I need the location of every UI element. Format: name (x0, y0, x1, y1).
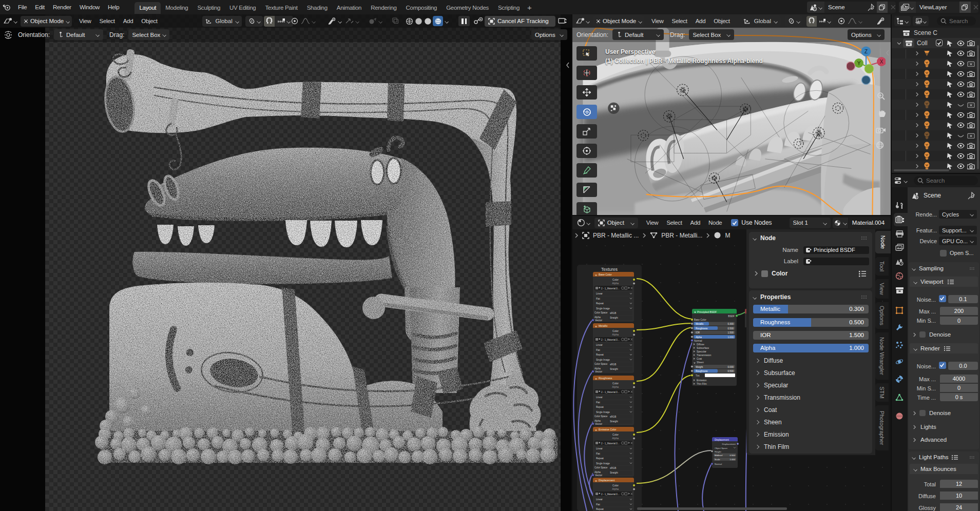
svg-text:Metallic: Metallic (599, 324, 608, 327)
svg-text:Base Color: Base Color (694, 319, 706, 321)
svg-text:Sheen: Sheen (697, 361, 704, 364)
svg-text:Midlevel: Midlevel (715, 454, 722, 457)
svg-text:Emissive Color: Emissive Color (599, 428, 617, 431)
svg-text:0.500: 0.500 (728, 370, 734, 372)
svg-text:Coat: Coat (697, 358, 702, 360)
svg-text:Roughness: Roughness (599, 377, 612, 380)
svg-text:0.300: 0.300 (728, 323, 734, 325)
svg-text:Z: Z (864, 49, 868, 54)
svg-text:Normal: Normal (715, 463, 722, 465)
svg-text:IOR: IOR (696, 331, 700, 334)
svg-text:Scale: Scale (715, 458, 720, 461)
svg-text:0.000: 0.000 (728, 366, 734, 368)
svg-text:Tint: Tint (696, 375, 700, 377)
svg-text:Roughness: Roughness (696, 327, 708, 330)
svg-text:1.500: 1.500 (728, 331, 734, 334)
svg-text:Metallic: Metallic (696, 323, 704, 325)
svg-text:Subsurface: Subsurface (697, 347, 709, 349)
svg-text:Base Color: Base Color (599, 273, 612, 276)
svg-text:BSDF: BSDF (728, 315, 735, 318)
svg-text:Weight: Weight (696, 366, 703, 368)
svg-text:Roughness: Roughness (696, 370, 708, 372)
svg-text:Displacement: Displacement (722, 443, 736, 445)
svg-text:Normal: Normal (694, 340, 702, 342)
svg-text:1.000: 1.000 (730, 458, 736, 461)
svg-text:Specular: Specular (697, 350, 706, 353)
svg-text:Displacement: Displacement (599, 479, 615, 482)
svg-text:Alpha: Alpha (696, 336, 702, 339)
svg-text:Textures: Textures (601, 267, 618, 272)
svg-text:Emission: Emission (697, 379, 707, 382)
svg-text:Principled BSDF: Principled BSDF (697, 310, 717, 313)
svg-text:0.500: 0.500 (728, 327, 734, 330)
svg-text:Displacement: Displacement (715, 439, 729, 441)
svg-text:Height: Height (715, 450, 721, 453)
svg-text:Thin Film: Thin Film (697, 383, 707, 385)
svg-text:Diffuse: Diffuse (697, 343, 704, 346)
svg-text:X: X (880, 59, 883, 65)
svg-text:Y: Y (857, 61, 861, 66)
svg-text:Transmission: Transmission (697, 354, 712, 357)
svg-text:1.000: 1.000 (728, 336, 734, 339)
svg-text:Object Space: Object Space (715, 447, 728, 449)
svg-text:0.500: 0.500 (730, 454, 736, 457)
